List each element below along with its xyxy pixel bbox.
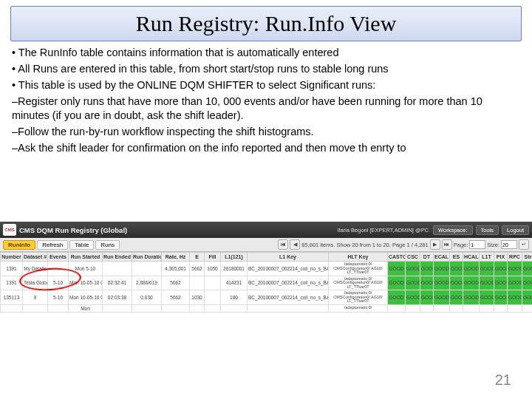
tab-runinfo[interactable]: RunInfo <box>3 240 35 250</box>
page-input[interactable] <box>469 240 485 249</box>
bullet-2: All Runs are entered in this table, from… <box>12 62 520 75</box>
col-header[interactable]: HCAL <box>463 253 480 262</box>
cell <box>1 304 23 312</box>
status-cell: GOOD <box>508 262 522 276</box>
cell <box>48 304 69 312</box>
col-header[interactable]: PIX <box>494 253 508 262</box>
bullet-3: This table is used by the ONLINE DQM SHI… <box>12 78 520 92</box>
cell: 02:32:41 <box>103 276 132 290</box>
size-label: Size: <box>487 242 499 248</box>
cell <box>162 304 190 312</box>
col-header[interactable]: ECAL <box>434 253 450 262</box>
table-button[interactable]: Table <box>69 240 94 250</box>
table-row[interactable]: 1391Tesla Globa5-10Mon 10-05-10 02:20:57… <box>1 276 533 290</box>
cell: 4,365,001 <box>162 262 190 276</box>
status-cell: GOOD <box>463 262 480 276</box>
col-header[interactable]: Run Duration <box>132 253 162 262</box>
cell: 02:03:38 <box>103 290 132 305</box>
col-header[interactable]: Number <box>1 253 23 262</box>
cell <box>221 304 248 312</box>
status-cell <box>508 304 522 312</box>
cell <box>48 262 69 276</box>
cell: Mon 10-05-10 02:02:46 <box>69 290 103 305</box>
status-cell: GOOD <box>494 276 508 290</box>
status-cell: GOOD <box>522 262 533 276</box>
col-header[interactable]: Dataset # <box>23 253 48 262</box>
slide-number: 21 <box>495 372 511 389</box>
col-header[interactable]: Run Ended <box>103 253 132 262</box>
table-row[interactable]: 13511395-10Mon 10-05-10 02:02:4602:03:38… <box>1 290 533 305</box>
col-header[interactable]: E <box>190 253 205 262</box>
tools-button[interactable]: Tools <box>476 225 499 235</box>
col-header[interactable]: CSC <box>406 253 420 262</box>
status-cell <box>420 304 434 312</box>
prev-page-icon[interactable]: ◀ <box>290 239 300 250</box>
col-header[interactable]: Events <box>48 253 69 262</box>
col-header[interactable]: ES <box>450 253 463 262</box>
cell: 180 <box>221 290 248 305</box>
status-cell: GOOD <box>434 276 450 290</box>
status-cell: GOOD <box>420 276 434 290</box>
status-cell: GOOD <box>388 262 406 276</box>
cell: BC_20100007_002214_coll_no_s_BASE <box>248 262 329 276</box>
last-page-icon[interactable]: ⏭ <box>442 239 452 250</box>
table-row[interactable]: Mon/adaptomatic:0/ <box>1 304 533 312</box>
col-header[interactable]: Run Started <box>69 253 103 262</box>
status-cell <box>463 304 480 312</box>
status-cell: GOOD <box>450 276 463 290</box>
cell: 135113 <box>1 290 23 305</box>
col-header[interactable]: HLT Key <box>329 253 388 262</box>
cell: 2,886/619 <box>132 276 162 290</box>
runs-button[interactable]: Runs <box>95 240 120 250</box>
runinfo-table: NumberDataset #EventsRun StartedRun Ende… <box>0 252 532 313</box>
go-icon[interactable]: ↵ <box>519 239 529 250</box>
workspace-button[interactable]: Workspace: <box>433 225 472 235</box>
col-header[interactable]: CASTOR <box>388 253 406 262</box>
cell: Mon 5-10 <box>69 262 103 276</box>
toolbar: RunInfo Refresh Table Runs ⏮ ◀ 85,601 it… <box>0 238 532 252</box>
col-header[interactable]: DT <box>420 253 434 262</box>
col-header[interactable]: L1(121) <box>221 253 248 262</box>
status-cell <box>388 304 406 312</box>
cell: Mon 10-05-10 02:20:57 <box>69 276 103 290</box>
user-label: Ilaria Begoni [EXPERT,ADMIN] @PC <box>338 227 429 233</box>
status-cell: GOOD <box>480 276 494 290</box>
status-cell: GOOD <box>388 276 406 290</box>
first-page-icon[interactable]: ⏮ <box>278 239 288 250</box>
table-header-row: NumberDataset #EventsRun StartedRun Ende… <box>1 253 533 262</box>
col-header[interactable]: L1 Key <box>248 253 329 262</box>
col-header[interactable]: Strip <box>522 253 533 262</box>
bullet-1: The RunInfo table contains information t… <box>12 46 520 59</box>
next-page-icon[interactable]: ▶ <box>430 239 440 250</box>
cell <box>103 262 132 276</box>
cell <box>23 304 48 312</box>
cell <box>205 276 221 290</box>
cell: 1391 <box>1 276 23 290</box>
col-header[interactable]: Fill <box>205 253 221 262</box>
slide-title: Run Registry: Run.Info View <box>10 6 522 41</box>
col-header[interactable]: RPC <box>508 253 522 262</box>
cell <box>132 262 162 276</box>
cell: 9 <box>23 290 48 305</box>
logout-button[interactable]: Logout <box>502 225 529 235</box>
cell <box>205 304 221 312</box>
size-input[interactable] <box>501 240 517 249</box>
refresh-button[interactable]: Refresh <box>37 240 68 250</box>
cell: 28180001 <box>221 262 248 276</box>
status-cell <box>480 304 494 312</box>
cell <box>190 276 205 290</box>
cell <box>132 304 162 312</box>
cell: 5662 <box>162 276 190 290</box>
pager-summary: 85,601 items. Show 20 from 1 to 20. Page… <box>301 242 428 248</box>
col-header[interactable]: Rate, Hz <box>162 253 190 262</box>
status-cell: GOOD <box>508 276 522 290</box>
col-header[interactable]: L1T <box>480 253 494 262</box>
status-cell: GOOD <box>508 290 522 305</box>
status-cell: GOOD <box>434 262 450 276</box>
table-row[interactable]: 1391My DetailsMon 5-104,365,001566210502… <box>1 262 533 276</box>
status-cell: GOOD <box>494 262 508 276</box>
status-cell: GOOD <box>450 290 463 305</box>
status-cell: GOOD <box>388 290 406 305</box>
status-cell <box>406 304 420 312</box>
status-cell: GOOD <box>450 262 463 276</box>
